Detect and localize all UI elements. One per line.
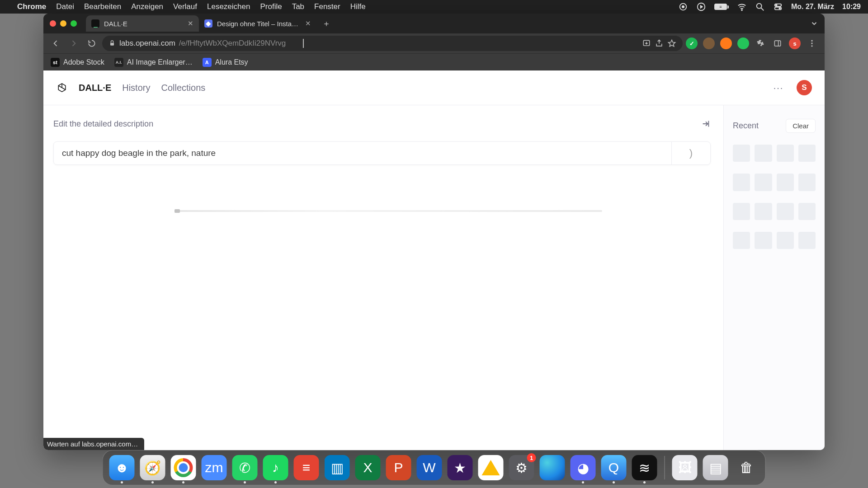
menubar-date[interactable]: Mo. 27. März [791,3,834,11]
dock-app-discord[interactable]: ◕ [571,455,596,480]
dalle-user-avatar[interactable]: S [797,80,812,95]
extension-brown-icon[interactable] [703,37,715,50]
menubar-time[interactable]: 10:29 [842,3,861,11]
dalle-more-button[interactable]: ··· [771,83,786,93]
lock-icon[interactable] [108,40,116,47]
menu-fenster[interactable]: Fenster [314,2,340,11]
nav-dalle[interactable]: DALL·E [79,83,111,93]
dock-app-trash[interactable]: 🗑 [734,455,759,480]
prompt-input[interactable] [54,142,671,164]
dock-running-dot-icon [244,481,246,483]
bookmark-star-icon[interactable] [667,39,676,48]
thumb-placeholder[interactable] [777,203,794,220]
dock-app-word[interactable]: W [417,455,442,480]
window-close-button[interactable] [50,20,56,27]
menu-anzeigen[interactable]: Anzeigen [131,2,163,11]
extensions-puzzle-icon[interactable] [754,37,767,50]
thumb-placeholder[interactable] [733,145,750,162]
bookmark-adobe-stock[interactable]: st Adobe Stock [51,58,104,67]
nav-history[interactable]: History [122,83,150,93]
dock-app-excel[interactable]: X [355,455,381,480]
nav-collections[interactable]: Collections [161,83,205,93]
dock-app-imovie[interactable]: ★ [448,455,473,480]
extension-green-icon[interactable] [737,37,750,50]
dock-app-safari[interactable]: 🧭 [140,455,165,480]
thumb-placeholder[interactable] [733,232,750,249]
browser-tab-dalle[interactable]: ⎯ DALL·E ✕ [86,15,199,32]
thumb-placeholder[interactable] [733,203,750,220]
tab-close-button[interactable]: ✕ [305,19,311,28]
tab-overflow-button[interactable] [810,19,818,28]
generate-button[interactable]: ) [671,142,710,164]
dock-app-drive[interactable] [478,455,504,480]
new-tab-button[interactable]: ＋ [319,16,334,31]
battery-icon[interactable]: ≡ [714,4,729,10]
chrome-menu-button[interactable] [806,37,818,50]
thumb-placeholder[interactable] [798,174,816,191]
recent-clear-button[interactable]: Clear [786,119,816,133]
thumb-placeholder[interactable] [798,232,816,249]
nav-back-button[interactable] [48,36,63,51]
collapse-sidebar-button[interactable] [701,119,711,129]
menu-profile[interactable]: Profile [260,2,282,11]
dock-app-trello[interactable]: ▥ [325,455,350,480]
bookmark-alura-etsy[interactable]: A Alura Etsy [203,58,248,67]
thumb-placeholder[interactable] [733,174,750,191]
svg-point-4 [757,4,762,9]
bookmark-ai-enlarger[interactable]: A.I. AI Image Enlarger… [114,58,193,67]
screen-record-icon[interactable] [678,2,688,12]
install-app-icon[interactable] [642,39,651,48]
dock-app-spotify[interactable]: ♪ [263,455,288,480]
menubar-app-name[interactable]: Chrome [17,2,46,11]
chrome-tabstrip: ⎯ DALL·E ✕ ◆ Design ohne Titel – Instagr… [43,14,825,33]
thumb-placeholder[interactable] [798,203,816,220]
recent-title: Recent [733,121,759,131]
thumb-placeholder[interactable] [798,145,816,162]
extension-adblock-icon[interactable]: ✓ [685,37,698,50]
svg-point-16 [811,45,812,47]
tab-title: DALL·E [104,20,183,28]
side-panel-icon[interactable] [771,37,784,50]
nav-forward-button[interactable] [66,36,81,51]
chrome-profile-avatar[interactable]: s [788,37,801,50]
extension-orange-icon[interactable] [720,37,732,50]
dock-app-powerpoint[interactable]: P [386,455,411,480]
dock-app-todoist[interactable]: ≡ [294,455,319,480]
dock-app-chrome[interactable] [171,455,196,480]
dock-app-preview[interactable]: 🖼 [672,455,698,480]
dock-app-voice-memos[interactable]: ≋ [632,455,657,480]
menu-lesezeichen[interactable]: Lesezeichen [207,2,250,11]
thumb-placeholder[interactable] [755,174,772,191]
thumb-placeholder[interactable] [777,174,794,191]
dock-app-downloads[interactable]: ▤ [703,455,728,480]
address-bar[interactable]: labs.openai.com/e/fHftytWbXQemDdkIi29NVr… [102,36,683,51]
control-center-icon[interactable] [773,2,783,12]
dock-app-siri[interactable] [540,455,565,480]
dock-app-finder[interactable]: ☻ [109,455,135,480]
dock-app-zoom[interactable]: zm [202,455,227,480]
thumb-placeholder[interactable] [755,145,772,162]
dock-app-quicktime[interactable]: Q [601,455,627,480]
browser-tab-canva[interactable]: ◆ Design ohne Titel – Instagram-… ✕ [199,15,316,32]
window-minimize-button[interactable] [60,20,66,27]
dock-app-whatsapp[interactable]: ✆ [232,455,258,480]
menu-hilfe[interactable]: Hilfe [350,2,366,11]
thumb-placeholder[interactable] [755,203,772,220]
thumb-placeholder[interactable] [777,145,794,162]
thumb-placeholder[interactable] [777,232,794,249]
bookmark-label: AI Image Enlarger… [127,58,193,66]
menu-bearbeiten[interactable]: Bearbeiten [84,2,121,11]
wifi-icon[interactable] [737,2,747,12]
dock-app-settings[interactable]: ⚙1 [509,455,534,480]
play-status-icon[interactable] [696,2,706,12]
openai-logo-icon[interactable] [56,82,68,94]
nav-reload-button[interactable] [84,36,99,51]
spotlight-icon[interactable] [755,2,765,12]
window-fullscreen-button[interactable] [71,20,77,27]
menu-verlauf[interactable]: Verlauf [173,2,197,11]
tab-close-button[interactable]: ✕ [188,19,193,28]
menu-tab[interactable]: Tab [292,2,304,11]
menu-datei[interactable]: Datei [56,2,74,11]
share-page-icon[interactable] [655,39,664,48]
thumb-placeholder[interactable] [755,232,772,249]
